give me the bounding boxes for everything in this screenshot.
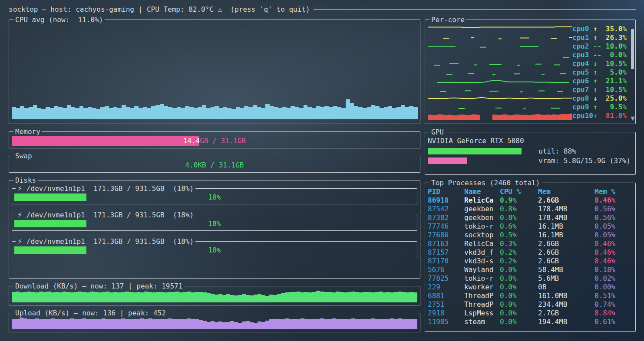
chart-bar [185, 106, 189, 119]
chart-bar [281, 293, 285, 302]
per-core-title: Per-core [429, 16, 466, 24]
process-mem-percent: 0.61% [594, 318, 633, 326]
chart-bar [20, 106, 24, 119]
chart-bar [297, 292, 301, 302]
core-trend-icon: ↑ [593, 77, 601, 85]
core-row: cpu9↑9.5% [428, 102, 627, 111]
chart-bar [55, 319, 59, 329]
chart-bar [380, 108, 384, 119]
process-row[interactable]: 87542geekben0.8%178.4MB0.56% [428, 205, 633, 213]
chart-bar [211, 107, 215, 119]
process-row[interactable]: 87157vkd3d_f0.2%2.6GB8.46% [428, 248, 633, 257]
chart-bar [106, 292, 109, 302]
chart-bar [332, 318, 336, 329]
process-row[interactable]: 86918RelicCa0.9%2.6GB8.46% [428, 196, 633, 205]
core-trend-icon: -- [593, 42, 601, 50]
chart-bar [324, 319, 328, 329]
process-name: tokio-r [464, 274, 500, 283]
core-spark-area [428, 102, 572, 111]
chart-bar [274, 107, 278, 119]
process-cpu-percent: 0.0% [500, 266, 538, 274]
chart-bar [152, 319, 156, 329]
disk-usage-percent: 18% [14, 219, 415, 229]
chart-bar [406, 292, 410, 302]
process-row[interactable]: 2918LspMess0.0%2.7GB8.84% [428, 309, 633, 318]
scroll-down-icon[interactable]: ▼ [631, 115, 635, 121]
scrollbar-thumb[interactable] [631, 29, 634, 69]
process-row[interactable]: 11985steam0.0%194.4MB0.61% [428, 318, 633, 326]
chart-bar [413, 292, 417, 302]
chart-bar [202, 105, 206, 119]
chart-bar [398, 292, 402, 302]
chart-bar [90, 319, 94, 329]
chart-bar [35, 318, 39, 329]
chart-bar [187, 318, 191, 329]
process-row[interactable]: 229kworker0.0%0B0.00% [428, 283, 633, 292]
chart-bar [37, 108, 41, 119]
chart-bar [206, 108, 211, 119]
chart-bar [35, 292, 39, 302]
chart-bar [51, 292, 55, 302]
chart-bar [88, 107, 92, 119]
terminal-screen: socktop — host: cachyos-gaming | CPU Tem… [0, 0, 644, 341]
process-name: LspMess [464, 309, 500, 318]
core-row: cpu3--0.0% [428, 50, 627, 59]
lightning-icon: ⚡ [17, 237, 22, 246]
gpu-vram-label: vram: 5.8G/15.9G (37%) [538, 157, 631, 165]
chart-bar [20, 318, 23, 329]
chart-bar [363, 292, 367, 302]
process-row[interactable]: 77686socktop0.5%16.1MB0.05% [428, 231, 633, 239]
chart-bar [109, 292, 113, 302]
chart-bar [168, 292, 172, 302]
chart-bar [277, 294, 281, 302]
process-pid: 6881 [428, 292, 464, 300]
chart-bar [218, 321, 222, 329]
chart-bar [121, 292, 125, 302]
scrollbar[interactable]: ▼ [631, 29, 634, 119]
chart-bar [156, 319, 160, 329]
process-mem: 2.6GB [538, 248, 594, 257]
chart-bar [137, 292, 141, 302]
process-cpu-percent: 0.6% [500, 222, 538, 231]
chart-bar [367, 292, 371, 302]
process-row[interactable]: 87382geekben0.8%178.4MB0.56% [428, 213, 633, 222]
process-row[interactable]: 5676Wayland0.0%58.4MB0.18% [428, 266, 633, 274]
process-row[interactable]: 87163RelicCa0.3%2.6GB8.46% [428, 239, 633, 248]
core-spark-area [428, 24, 572, 33]
chart-bar [301, 292, 304, 302]
chart-bar [122, 105, 126, 119]
chart-bar [386, 292, 390, 302]
chart-bar [33, 105, 37, 119]
process-row[interactable]: 2751ThreadP0.0%234.4MB0.74% [428, 300, 633, 309]
chart-bar [333, 106, 337, 119]
chart-bar [409, 106, 413, 119]
chart-bar [59, 292, 63, 302]
chart-bar [343, 292, 347, 302]
process-name: kworker [464, 283, 500, 292]
chart-bar [133, 292, 137, 302]
process-cpu-percent: 0.0% [500, 318, 538, 326]
chart-bar [244, 106, 248, 119]
core-row: cpu1↑26.3% [428, 33, 627, 42]
core-name: cpu4 [572, 59, 593, 68]
chart-bar [358, 107, 363, 119]
process-row[interactable]: 77825tokio-r0.0%5.6MB0.02% [428, 274, 633, 283]
chart-bar [312, 292, 316, 302]
chart-bar [285, 318, 289, 329]
chart-bar [194, 108, 198, 119]
chart-bar [226, 322, 230, 329]
process-row[interactable]: 87170vkd3d-s0.2%2.6GB8.46% [428, 257, 633, 266]
chart-bar [199, 292, 203, 302]
process-row[interactable]: 6881ThreadP0.0%161.0MB0.51% [428, 292, 633, 300]
chart-bar [312, 108, 316, 119]
chart-bar [341, 108, 346, 119]
process-cpu-percent: 0.0% [500, 300, 538, 309]
process-row[interactable]: 77746tokio-r0.6%16.1MB0.05% [428, 222, 633, 231]
chart-bar [47, 319, 51, 329]
titlebar: socktop — host: cachyos-gaming | CPU Tem… [9, 3, 636, 15]
chart-bar [359, 319, 363, 329]
disk-title: ⚡ /dev/nvme1n1p1 171.3GB / 931.5GB (18%) [16, 237, 195, 246]
core-spark-area [428, 50, 572, 59]
chart-bar [70, 318, 74, 329]
process-name: RelicCa [464, 239, 500, 248]
